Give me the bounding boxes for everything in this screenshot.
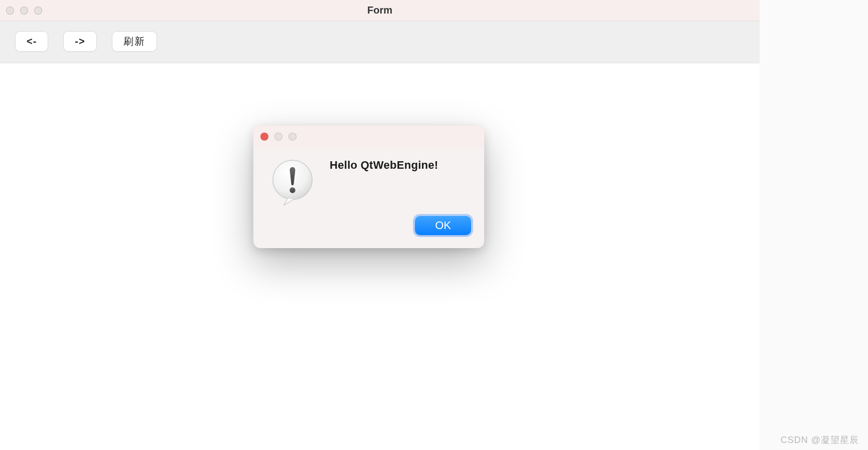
close-icon[interactable] (6, 7, 14, 15)
dialog-maximize-icon (288, 133, 297, 141)
dialog-titlebar (253, 126, 484, 148)
forward-button[interactable]: -> (63, 31, 96, 52)
alert-icon (267, 158, 318, 208)
dialog-close-icon[interactable] (260, 133, 268, 141)
dialog-body: Hello QtWebEngine! (253, 148, 484, 212)
maximize-icon[interactable] (34, 7, 42, 15)
svg-point-2 (290, 187, 295, 193)
main-traffic-lights (6, 7, 42, 15)
background-panel (760, 0, 868, 450)
dialog-message-area: Hello QtWebEngine! (330, 158, 470, 172)
main-titlebar: Form (0, 0, 760, 21)
toolbar: <- -> 刷新 (0, 21, 760, 63)
minimize-icon[interactable] (20, 7, 28, 15)
watermark-text: CSDN @凝望星辰 (781, 434, 859, 446)
alert-dialog: Hello QtWebEngine! OK (253, 126, 484, 248)
refresh-button[interactable]: 刷新 (112, 31, 157, 52)
dialog-footer: OK (253, 212, 484, 248)
dialog-minimize-icon (274, 133, 282, 141)
back-button[interactable]: <- (15, 31, 48, 52)
dialog-heading: Hello QtWebEngine! (330, 159, 470, 172)
ok-button[interactable]: OK (415, 216, 471, 235)
window-title: Form (367, 5, 392, 16)
